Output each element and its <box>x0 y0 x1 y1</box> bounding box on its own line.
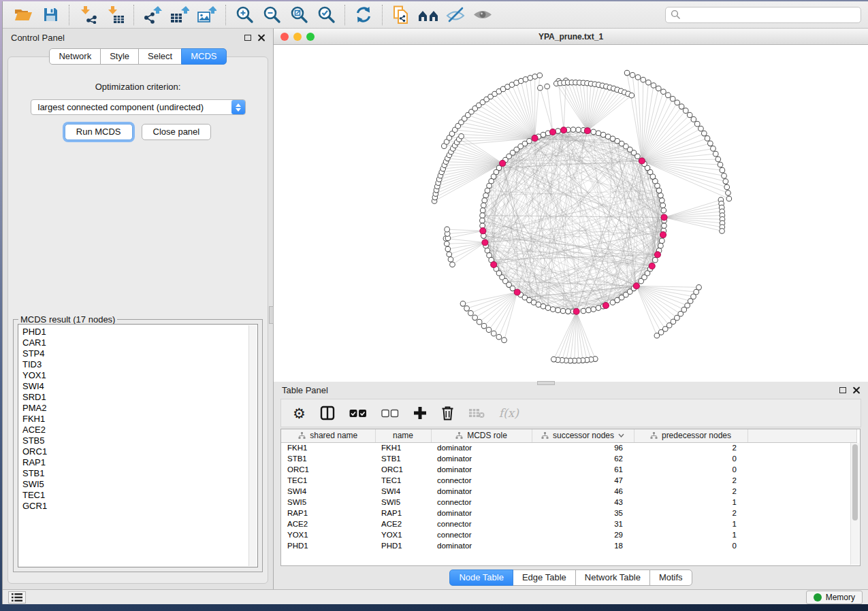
table-cell[interactable]: YOX1 <box>375 529 431 540</box>
search-input[interactable] <box>681 10 861 20</box>
deselect-all-button[interactable] <box>381 409 399 418</box>
column-header-predecessor-nodes[interactable]: predecessor nodes <box>634 429 748 442</box>
table-cell[interactable]: 31 <box>532 518 634 529</box>
column-header-shared-name[interactable]: shared name <box>281 429 375 442</box>
vertical-splitter-handle[interactable] <box>269 306 274 324</box>
mcds-result-item[interactable]: RAP1 <box>22 457 257 468</box>
create-column-button[interactable] <box>413 406 427 420</box>
mcds-result-item[interactable]: STP4 <box>22 348 257 359</box>
table-cell[interactable]: dominator <box>431 486 532 497</box>
table-cell[interactable]: FKH1 <box>281 442 375 453</box>
zoom-in-button[interactable] <box>231 3 258 27</box>
task-history-button[interactable] <box>8 591 26 604</box>
table-cell[interactable]: connector <box>431 497 532 508</box>
table-cell[interactable]: 61 <box>532 464 634 475</box>
float-panel-icon[interactable] <box>244 35 251 41</box>
table-cell[interactable]: STB1 <box>281 453 375 464</box>
table-cell[interactable]: 35 <box>532 508 634 518</box>
table-row[interactable]: ORC1ORC1dominator610 <box>281 464 856 475</box>
table-cell[interactable]: dominator <box>431 464 532 475</box>
export-network-button[interactable] <box>139 3 166 27</box>
tab-select[interactable]: Select <box>138 48 182 65</box>
hide-selected-button[interactable] <box>442 3 469 27</box>
mcds-result-item[interactable]: PMA2 <box>22 403 257 414</box>
close-panel-button[interactable]: Close panel <box>142 124 212 140</box>
zoom-out-button[interactable] <box>258 3 285 27</box>
tab-edge-table[interactable]: Edge Table <box>513 569 576 586</box>
table-cell[interactable]: ACE2 <box>375 518 431 529</box>
close-panel-icon[interactable] <box>257 34 265 42</box>
table-row[interactable]: ACE2ACE2connector311 <box>281 518 856 529</box>
export-image-button[interactable] <box>193 3 221 27</box>
mcds-result-item[interactable]: SWI4 <box>22 381 257 392</box>
first-neighbors-button[interactable] <box>415 3 442 27</box>
table-cell[interactable]: dominator <box>431 540 532 551</box>
table-cell[interactable]: dominator <box>431 508 532 518</box>
table-cell[interactable]: SWI4 <box>281 486 375 497</box>
zoom-fit-button[interactable] <box>285 3 312 27</box>
mcds-result-item[interactable]: SRD1 <box>22 392 257 403</box>
table-cell[interactable]: 1 <box>634 529 748 540</box>
float-table-panel-icon[interactable] <box>839 387 846 393</box>
tab-network[interactable]: Network <box>49 48 101 65</box>
mcds-result-item[interactable]: PHD1 <box>22 327 257 337</box>
table-row[interactable]: PHD1PHD1dominator180 <box>281 540 856 551</box>
table-cell[interactable]: SWI4 <box>375 486 431 497</box>
mcds-result-item[interactable]: SWI5 <box>22 479 257 490</box>
table-cell[interactable]: 47 <box>532 475 634 486</box>
export-table-button[interactable] <box>166 3 193 27</box>
table-cell[interactable]: connector <box>431 475 532 486</box>
mcds-result-item[interactable]: ORC1 <box>22 446 257 457</box>
table-cell[interactable]: connector <box>431 518 532 529</box>
table-scrollbar-thumb[interactable] <box>852 444 858 521</box>
table-cell[interactable]: PHD1 <box>375 540 431 551</box>
table-cell[interactable]: 18 <box>532 540 634 551</box>
mcds-result-list[interactable]: PHD1CAR1STP4TID3YOX1SWI4SRD1PMA2FKH1ACE2… <box>18 324 258 567</box>
save-session-button[interactable] <box>37 3 64 27</box>
mcds-result-item[interactable]: ACE2 <box>22 425 257 435</box>
mcds-result-item[interactable]: CAR1 <box>22 337 257 348</box>
table-cell[interactable]: 2 <box>634 508 748 518</box>
delete-column-button[interactable] <box>441 406 454 420</box>
tab-node-table[interactable]: Node Table <box>449 569 513 586</box>
mcds-result-item[interactable]: GCR1 <box>22 501 257 512</box>
copy-network-button[interactable] <box>387 3 415 27</box>
memory-button[interactable]: Memory <box>806 591 863 604</box>
table-row[interactable]: SWI4SWI4dominator462 <box>281 486 856 497</box>
table-scrollbar[interactable] <box>850 443 859 565</box>
tab-mcds[interactable]: MCDS <box>181 48 226 65</box>
import-network-button[interactable] <box>74 3 101 27</box>
table-cell[interactable]: SWI5 <box>375 497 431 508</box>
network-canvas[interactable] <box>274 45 868 382</box>
table-row[interactable]: SWI5SWI5connector431 <box>281 497 856 508</box>
mcds-result-item[interactable]: TEC1 <box>22 490 257 501</box>
table-cell[interactable]: ORC1 <box>281 464 375 475</box>
refresh-button[interactable] <box>350 3 377 27</box>
table-cell[interactable]: TEC1 <box>375 475 431 486</box>
close-table-panel-icon[interactable] <box>852 386 860 394</box>
table-cell[interactable]: 2 <box>634 442 748 453</box>
table-cell[interactable]: RAP1 <box>281 508 375 518</box>
table-cell[interactable]: connector <box>431 529 532 540</box>
table-row[interactable]: YOX1YOX1connector291 <box>281 529 856 540</box>
mcds-result-item[interactable]: FKH1 <box>22 414 257 425</box>
zoom-selected-button[interactable] <box>312 3 340 27</box>
optimization-criterion-dropdown[interactable]: largest connected component (undirected) <box>31 99 246 115</box>
table-row[interactable]: FKH1FKH1dominator962 <box>281 442 856 453</box>
table-cell[interactable]: 96 <box>532 442 634 453</box>
column-header-name[interactable]: name <box>375 429 431 442</box>
run-mcds-button[interactable]: Run MCDS <box>65 124 133 140</box>
table-cell[interactable]: FKH1 <box>375 442 431 453</box>
mcds-result-item[interactable]: STB5 <box>22 435 257 446</box>
show-all-button[interactable] <box>469 3 496 27</box>
import-table-button[interactable] <box>101 3 129 27</box>
tab-network-table[interactable]: Network Table <box>575 569 650 586</box>
mcds-result-item[interactable]: TID3 <box>22 359 257 370</box>
table-cell[interactable]: 1 <box>634 518 748 529</box>
column-header-successor-nodes[interactable]: successor nodes <box>532 429 634 442</box>
horizontal-splitter-handle[interactable] <box>537 381 555 385</box>
table-cell[interactable]: RAP1 <box>375 508 431 518</box>
table-cell[interactable]: PHD1 <box>281 540 375 551</box>
table-cell[interactable]: 0 <box>634 540 748 551</box>
table-cell[interactable]: SWI5 <box>281 497 375 508</box>
